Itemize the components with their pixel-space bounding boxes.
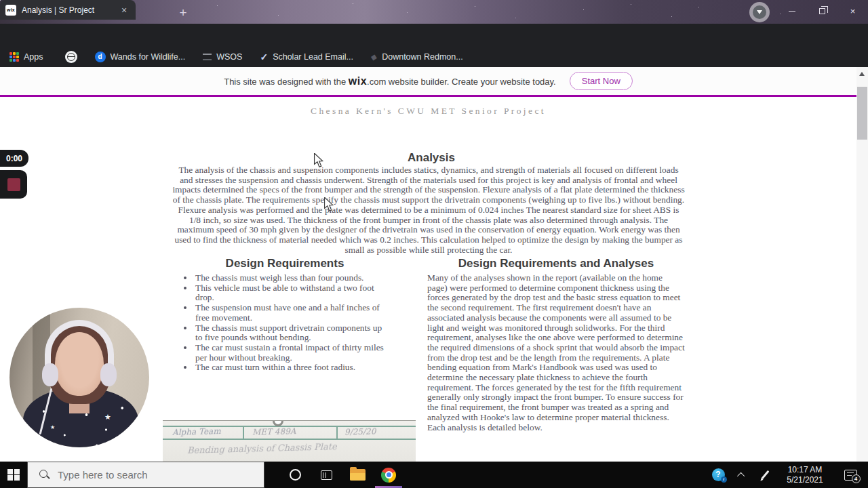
stop-recording-button[interactable] <box>0 170 27 199</box>
taskbar-search[interactable] <box>27 462 264 488</box>
tab-close-icon[interactable]: × <box>118 4 130 16</box>
handwriting: 9/25/20 <box>344 426 376 436</box>
get-help-tray-icon[interactable]: ?i <box>705 462 731 488</box>
apps-grid-icon <box>9 52 19 62</box>
banner-text-before: This site was designed with the <box>224 77 346 87</box>
bookmark-item[interactable]: ◆ Downtown Redmon... <box>371 52 463 62</box>
handwriting: Alpha Team <box>172 426 221 437</box>
wix-logo: wix <box>349 75 367 87</box>
paper-divider <box>336 426 338 439</box>
bookmark-favicon <box>203 54 212 60</box>
window-close-button[interactable]: × <box>837 0 868 22</box>
help-icon: ?i <box>712 468 725 481</box>
tab-title: Analysis | Sr Project <box>22 5 118 15</box>
tray-expand-button[interactable] <box>731 462 753 488</box>
left-column-heading: Design Requirements <box>179 257 391 270</box>
bookmark-globe[interactable] <box>61 51 77 63</box>
chevron-up-icon <box>737 472 745 479</box>
mouse-cursor-ghost <box>323 197 335 212</box>
start-button[interactable] <box>0 462 27 488</box>
action-center-button[interactable]: 4 <box>833 462 868 488</box>
page-scrollbar[interactable] <box>856 67 868 462</box>
webcam-bubble[interactable]: ★ ★ <box>9 308 149 447</box>
list-item: The car must sustain a frontal impact of… <box>194 343 391 363</box>
start-now-button[interactable]: Start Now <box>570 72 633 90</box>
browser-tab[interactable]: wix Analysis | Sr Project × <box>0 0 136 20</box>
task-view-icon <box>321 470 332 480</box>
window-restore-button[interactable] <box>807 0 837 22</box>
two-column-section: Design Requirements The chassis must wei… <box>172 257 685 432</box>
file-explorer-button[interactable] <box>342 462 373 488</box>
list-item: The chassis must support drivetrain comp… <box>194 323 391 343</box>
diamond-icon: ◆ <box>370 52 378 62</box>
chrome-icon <box>381 468 396 483</box>
globe-icon <box>65 51 77 63</box>
folder-icon <box>350 469 366 481</box>
requirements-list: The chassis must weigh less than four po… <box>194 273 391 373</box>
window-minimize-button[interactable] <box>776 0 807 22</box>
browser-toolbar: ← → ↻ chesna13kern.wixsite.com/sr-projec… <box>0 24 868 47</box>
new-tab-button[interactable]: + <box>175 5 191 22</box>
screen: wix Analysis | Sr Project × + × ← → ↻ ch… <box>0 0 868 488</box>
site-title: Chesna Kern's CWU MET Senior Project <box>0 106 856 117</box>
stop-icon <box>7 178 20 191</box>
banner-text-after: .com website builder. Create your websit… <box>367 77 556 87</box>
taskbar-clock[interactable]: 10:17 AM 5/21/2021 <box>777 465 833 485</box>
design-requirements-column: Design Requirements The chassis must wei… <box>179 257 391 432</box>
clock-date: 5/21/2021 <box>777 475 833 485</box>
list-item: This vehicle must be able to withstand a… <box>194 283 391 303</box>
mouse-cursor <box>313 153 325 168</box>
bookmark-item[interactable]: ✓ Scholar Lead Email... <box>260 52 353 62</box>
notification-icon: 4 <box>844 470 857 481</box>
screen-recorder-bubble[interactable] <box>749 2 770 22</box>
chrome-taskbar-button[interactable] <box>373 462 404 488</box>
windows-ink-button[interactable] <box>753 462 777 488</box>
tab-strip: wix Analysis | Sr Project × + × <box>0 0 868 24</box>
apps-shortcut[interactable]: Apps <box>0 52 43 62</box>
bookmark-item[interactable]: WSOS <box>203 52 242 62</box>
page-heading: Analysis <box>0 151 856 165</box>
recording-timer: 0:00 <box>0 150 28 167</box>
analysis-paragraph: The analysis of the chassis and suspensi… <box>172 165 685 255</box>
list-item: The car must turn within a three foot ra… <box>194 363 391 373</box>
list-item: The suspension must have one and a half … <box>194 303 391 323</box>
wix-favicon: wix <box>5 5 16 16</box>
task-view-button[interactable] <box>311 462 342 488</box>
clock-time: 10:17 AM <box>777 465 833 475</box>
list-item: The chassis must weigh less than four po… <box>194 273 391 283</box>
handwriting: MET 489A <box>252 426 296 437</box>
bookmark-item[interactable]: d Wands for Wildlife... <box>95 52 186 62</box>
wallpaper-stars <box>0 0 1 1</box>
windows-logo-icon <box>7 469 20 481</box>
scroll-up-arrow[interactable] <box>859 72 865 76</box>
scrollbar-thumb[interactable] <box>857 87 867 140</box>
system-tray: ?i 10:17 AM 5/21/2021 4 <box>705 462 868 488</box>
paper-line <box>163 439 416 440</box>
cortana-button[interactable] <box>279 462 311 488</box>
bookmarks-bar: Apps d Wands for Wildlife... WSOS ✓ Scho… <box>0 47 868 67</box>
recorder-arrow-icon <box>753 5 766 19</box>
pen-icon <box>761 470 769 479</box>
analyses-column: Design Requirements and Analyses Many of… <box>427 257 685 432</box>
paper-divider <box>243 426 244 439</box>
cortana-icon <box>290 469 301 481</box>
handwritten-notes-image: Alpha Team MET 489A 9/25/20 Bending anal… <box>163 420 416 462</box>
wix-banner: This site was designed with the wix.com … <box>0 67 856 95</box>
bookmark-favicon: d <box>95 52 106 62</box>
headphone-cup <box>100 363 117 386</box>
search-input[interactable] <box>58 469 234 481</box>
accent-divider <box>0 95 856 97</box>
check-icon: ✓ <box>260 52 268 62</box>
windows-taskbar: ?i 10:17 AM 5/21/2021 4 <box>0 462 868 488</box>
shirt-star: ★ <box>50 424 55 430</box>
headphone-cup <box>42 363 58 386</box>
shirt-star: ★ <box>104 413 111 422</box>
search-icon <box>39 469 51 481</box>
analyses-paragraph: Many of the analyses shown in the report… <box>427 273 685 432</box>
handwriting: Bending analysis of Chassis Plate <box>187 441 337 455</box>
right-column-heading: Design Requirements and Analyses <box>427 257 685 270</box>
notification-badge: 4 <box>852 474 861 483</box>
